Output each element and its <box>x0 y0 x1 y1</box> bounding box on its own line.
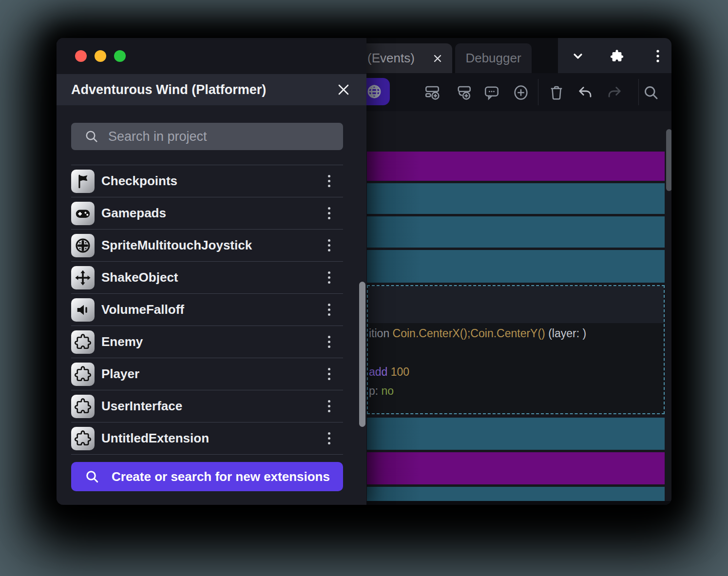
redo-icon[interactable] <box>606 84 623 101</box>
action-keyword: add <box>369 365 387 378</box>
event-row[interactable] <box>367 152 665 181</box>
kebab-menu-icon[interactable] <box>328 271 330 284</box>
screenshot-background: (Events) Debugger <box>0 0 728 576</box>
traffic-light-zoom[interactable] <box>114 50 126 62</box>
action-text: p: <box>369 384 378 397</box>
event-action-line: p: no <box>369 384 394 398</box>
kebab-menu-icon[interactable] <box>328 400 330 412</box>
event-row[interactable] <box>367 250 665 283</box>
joystick-icon <box>71 234 95 257</box>
traffic-light-close[interactable] <box>75 50 87 62</box>
event-row[interactable] <box>367 216 665 248</box>
list-item-label: UntitledExtension <box>101 431 209 446</box>
list-item-label: Enemy <box>101 334 143 349</box>
kebab-menu-icon[interactable] <box>328 175 330 187</box>
list-item[interactable]: Checkpoints <box>71 165 343 197</box>
list-item-label: VolumeFalloff <box>101 302 184 317</box>
search-placeholder: Search in project <box>108 129 207 144</box>
event-row[interactable] <box>367 183 665 214</box>
search-icon <box>84 129 99 144</box>
event-action-line: add 100 <box>369 365 409 379</box>
puzzle-icon[interactable] <box>610 49 624 63</box>
close-icon[interactable] <box>337 83 350 96</box>
list-item-label: UserInterface <box>101 399 182 414</box>
list-item-label: ShakeObject <box>101 270 178 285</box>
action-text: ition <box>369 327 389 340</box>
selected-event-conditions <box>368 286 664 323</box>
chevron-down-icon[interactable] <box>571 49 585 63</box>
search-icon <box>84 469 100 484</box>
list-item[interactable]: SpriteMultitouchJoystick <box>71 229 343 261</box>
app-window: (Events) Debugger <box>57 38 671 505</box>
event-row[interactable] <box>367 418 665 450</box>
list-item[interactable]: UntitledExtension <box>71 422 343 454</box>
list-item[interactable]: Gamepads <box>71 197 343 229</box>
add-circle-icon[interactable] <box>512 84 530 101</box>
action-layer: (layer: ) <box>548 327 586 340</box>
list-item-label: SpriteMultitouchJoystick <box>101 238 252 253</box>
project-manager-panel: Adventurous Wind (Platformer) Search in … <box>57 38 366 505</box>
selected-event[interactable]: ition Coin.CenterX();Coin.CenterY() (lay… <box>367 285 665 414</box>
kebab-menu-icon[interactable] <box>328 207 330 219</box>
list-item[interactable]: UserInterface <box>71 390 343 422</box>
list-item[interactable]: ShakeObject <box>71 261 343 293</box>
globe-icon <box>365 83 383 100</box>
list-item-label: Player <box>101 366 139 382</box>
add-event-icon[interactable] <box>423 84 441 101</box>
create-extension-button[interactable]: Create or search for new extensions <box>71 462 343 491</box>
toolbar-separator <box>538 79 538 105</box>
kebab-menu-icon[interactable] <box>651 49 664 63</box>
puzzle-icon <box>71 363 95 386</box>
create-extension-label: Create or search for new extensions <box>112 469 330 484</box>
gamepad-icon <box>71 202 95 225</box>
list-item[interactable]: Player <box>71 358 343 390</box>
kebab-menu-icon[interactable] <box>328 304 330 316</box>
move-icon <box>71 266 95 289</box>
list-item-label: Gamepads <box>101 206 166 221</box>
window-header-actions <box>558 38 671 73</box>
puzzle-icon <box>71 330 95 354</box>
flag-icon <box>71 170 95 193</box>
tab-events[interactable]: (Events) <box>355 43 452 73</box>
tab-debugger[interactable]: Debugger <box>455 43 532 73</box>
event-row[interactable] <box>367 452 665 484</box>
kebab-menu-icon[interactable] <box>328 239 330 251</box>
search-icon[interactable] <box>642 84 660 101</box>
tab-events-label: (Events) <box>367 51 415 66</box>
panel-header: Adventurous Wind (Platformer) <box>57 74 366 105</box>
add-subevent-icon[interactable] <box>455 84 473 101</box>
traffic-light-minimize[interactable] <box>95 50 106 62</box>
extension-list: Checkpoints Gamepads SpriteMultitouchJoy… <box>71 165 343 455</box>
puzzle-icon <box>71 427 95 450</box>
speaker-icon <box>71 298 95 322</box>
tab-debugger-label: Debugger <box>465 51 521 66</box>
tab-close-icon[interactable] <box>433 54 442 63</box>
events-scrollbar[interactable] <box>666 129 671 191</box>
panel-title: Adventurous Wind (Platformer) <box>71 82 266 97</box>
trash-icon[interactable] <box>548 84 565 101</box>
list-item[interactable]: VolumeFalloff <box>71 293 343 326</box>
toolbar-separator <box>638 79 639 105</box>
window-titlebar <box>57 38 366 74</box>
list-item-label: Checkpoints <box>101 173 177 189</box>
action-value: no <box>382 384 394 397</box>
event-action-line: ition Coin.CenterX();Coin.CenterY() (lay… <box>369 326 586 341</box>
panel-scrollbar[interactable] <box>359 282 365 427</box>
add-comment-icon[interactable] <box>483 84 500 101</box>
list-item[interactable]: Enemy <box>71 326 343 358</box>
undo-icon[interactable] <box>576 84 594 101</box>
puzzle-icon <box>71 395 95 418</box>
kebab-menu-icon[interactable] <box>328 368 330 380</box>
action-expression: Coin.CenterX();Coin.CenterY() <box>393 327 545 340</box>
kebab-menu-icon[interactable] <box>328 432 330 444</box>
action-value: 100 <box>391 365 409 378</box>
search-input[interactable]: Search in project <box>71 123 343 150</box>
kebab-menu-icon[interactable] <box>328 336 330 348</box>
